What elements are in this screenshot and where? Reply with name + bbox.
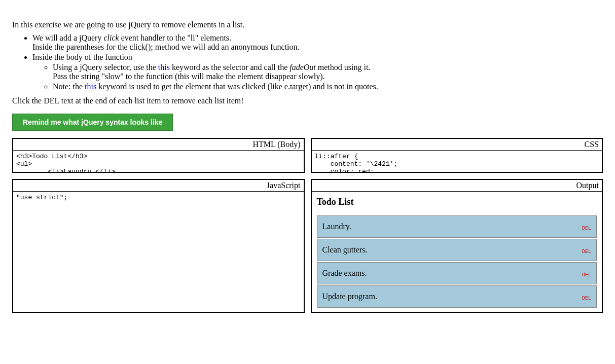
html-panel-label: HTML (Body) [13, 139, 304, 150]
bullet-1-text-before: We will add a jQuery [32, 33, 103, 42]
sub-bullet-1: Using a jQuery selector, use the this ke… [53, 63, 603, 81]
css-panel-label: CSS [312, 139, 602, 150]
sub-bullet-list: Using a jQuery selector, use the this ke… [32, 63, 603, 91]
bullet-1-line2: Inside the parentheses for the click(); … [32, 43, 300, 51]
list-item[interactable]: Laundry. DEL [317, 215, 597, 238]
sub1-mid: keyword as the selector and call the [170, 63, 290, 71]
del-label[interactable]: DEL [582, 296, 591, 301]
output-panel-label: Output [312, 180, 602, 191]
sub1-line2: Pass the string "slow" to the function (… [53, 72, 325, 81]
bullet-1-text-after: event handler to the "li" elements. [119, 33, 231, 42]
del-label[interactable]: DEL [582, 272, 591, 278]
intro-text: In this exercise we are going to use jQu… [12, 20, 603, 29]
js-panel-label: JavaScript [13, 180, 304, 191]
list-item-text: Clean gutters. [322, 245, 368, 254]
output-title: Todo List [317, 197, 597, 207]
list-item[interactable]: Update program. DEL [317, 285, 597, 308]
css-code-editor[interactable] [312, 151, 602, 172]
sub2-before: Note: the [53, 82, 85, 91]
code-panels-grid: HTML (Body) CSS JavaScript Output Todo L… [12, 138, 603, 313]
this-keyword-2: this [85, 82, 96, 91]
bullet-2: Inside the body of the function Using a … [32, 53, 603, 91]
del-label[interactable]: DEL [582, 226, 591, 231]
bullet-1: We will add a jQuery click event handler… [32, 33, 603, 52]
js-panel: JavaScript [12, 179, 305, 313]
html-panel: HTML (Body) [12, 138, 305, 173]
fadeout-keyword: fadeOut [290, 63, 316, 71]
sub1-after: method using it. [316, 63, 371, 71]
bullet-2-text: Inside the body of the function [32, 53, 132, 61]
list-item[interactable]: Clean gutters. DEL [317, 239, 597, 261]
list-item[interactable]: Grade exams. DEL [317, 262, 597, 284]
output-list: Laundry. DEL Clean gutters. DEL Grade ex… [317, 215, 597, 308]
click-keyword: click [103, 33, 119, 42]
del-label[interactable]: DEL [582, 249, 591, 254]
remind-syntax-button[interactable]: Remind me what jQuery syntax looks like [12, 114, 173, 131]
sub2-after: keyword is used to get the element that … [96, 82, 378, 91]
output-panel: Output Todo List Laundry. DEL Clean gutt… [311, 179, 603, 313]
css-panel: CSS [311, 138, 603, 173]
instruction-list: We will add a jQuery click event handler… [12, 33, 603, 91]
list-item-text: Update program. [322, 292, 377, 301]
this-keyword-1: this [158, 63, 170, 71]
click-instruction: Click the DEL text at the end of each li… [12, 96, 603, 105]
html-code-editor[interactable] [13, 151, 304, 172]
sub1-before: Using a jQuery selector, use the [53, 63, 158, 71]
js-code-editor[interactable] [13, 192, 304, 312]
list-item-text: Laundry. [322, 222, 351, 231]
sub-bullet-2: Note: the this keyword is used to get th… [53, 82, 603, 91]
list-item-text: Grade exams. [322, 269, 367, 278]
